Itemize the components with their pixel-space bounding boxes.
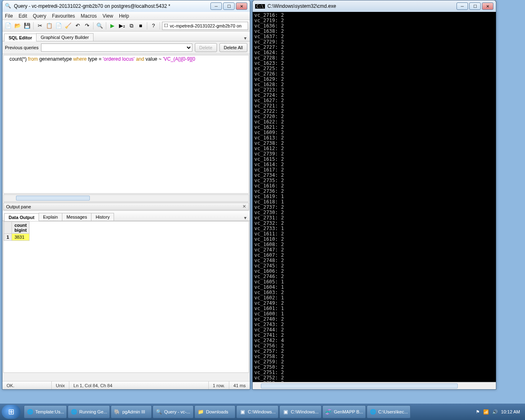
status-ok: OK. <box>2 381 52 389</box>
start-button[interactable]: ⊞ <box>2 405 21 419</box>
taskbar-item-icon: 🌐 <box>71 409 77 415</box>
redo-icon[interactable]: ↷ <box>83 22 91 30</box>
menu-edit[interactable]: Edit <box>18 13 27 19</box>
taskbar-item[interactable]: 🌐C:\Users\kec... <box>367 405 411 418</box>
data-output-grid[interactable]: countbigint 13831 <box>3 221 249 373</box>
tab-gqb[interactable]: Graphical Query Builder <box>36 33 93 41</box>
tray-flag-icon[interactable]: ⚑ <box>476 409 480 415</box>
taskbar-item[interactable]: 🌐Running Ge... <box>68 405 110 418</box>
delete-button[interactable]: Delete <box>195 43 217 52</box>
taskbar-item-icon: 🌐 <box>27 409 33 415</box>
run-icon[interactable]: ▶ <box>108 22 116 30</box>
explain-icon[interactable]: ⧉ <box>127 22 135 30</box>
find-icon[interactable]: 🔍 <box>96 22 104 30</box>
window-title: Query - vc-mpetredi-20131022-gmb2b70 on … <box>14 3 210 9</box>
tray-clock[interactable]: 10:12 AM <box>501 409 520 414</box>
tab-overflow-icon[interactable]: ▾ <box>242 35 248 41</box>
taskbar-item-label: Template:Us... <box>35 409 64 414</box>
system-tray: ⚑ 📶 🔊 10:12 AM <box>476 409 523 415</box>
cmd-titlebar[interactable]: C:\ C:\Windows\system32\cmd.exe ─ ☐ ✕ <box>253 0 496 12</box>
taskbar: ⊞ 🌐Template:Us...🌐Running Ge...🐘pgAdmin … <box>0 404 525 420</box>
taskbar-item[interactable]: 🔍Query - vc-... <box>153 405 194 418</box>
tray-volume-icon[interactable]: 🔊 <box>492 409 498 415</box>
tab-sql-editor[interactable]: SQL Editor <box>4 34 37 41</box>
corner-cell <box>4 222 12 234</box>
help-icon[interactable]: ? <box>149 22 158 30</box>
taskbar-item-label: Query - vc-... <box>164 409 190 414</box>
output-tabs: Data Output Explain Messages History ▾ <box>2 211 250 221</box>
taskbar-item-label: pgAdmin III <box>122 409 145 414</box>
taskbar-item-icon: 🔍 <box>155 409 162 415</box>
menu-file[interactable]: File <box>5 13 13 19</box>
menu-fav[interactable]: Favourites <box>52 13 75 19</box>
status-rows: 1 row. <box>209 381 229 389</box>
scroll-thumb[interactable] <box>16 196 90 201</box>
taskbar-item-icon: 🐘 <box>114 409 120 415</box>
cmd-maximize-button[interactable]: ☐ <box>469 2 481 10</box>
menu-macros[interactable]: Macros <box>81 13 97 19</box>
menu-view[interactable]: View <box>103 13 113 19</box>
table-row[interactable]: 13831 <box>4 234 30 241</box>
cmd-window: C:\ C:\Windows\system32\cmd.exe ─ ☐ ✕ vc… <box>252 0 496 390</box>
titlebar[interactable]: 🔍 Query - vc-mpetredi-20131022-gmb2b70 o… <box>2 0 250 12</box>
output-pane-header: Output pane ✕ <box>3 203 249 210</box>
new-icon[interactable]: 📄 <box>4 22 12 30</box>
cmd-hscroll[interactable] <box>253 382 496 389</box>
maximize-button[interactable]: ☐ <box>223 2 235 10</box>
cut-icon[interactable]: ✂ <box>36 22 44 30</box>
pgadmin-query-window: 🔍 Query - vc-mpetredi-20131022-gmb2b70 o… <box>2 0 250 390</box>
clear-icon[interactable]: 🧹 <box>64 22 72 30</box>
taskbar-item[interactable]: ▣C:\Windows... <box>236 405 278 418</box>
menubar: File Edit Query Favourites Macros View H… <box>2 12 250 20</box>
tab-data-output[interactable]: Data Output <box>4 213 39 221</box>
row-number: 1 <box>4 234 12 241</box>
output-pane-title: Output pane <box>6 204 31 209</box>
cmd-scroll-thumb[interactable] <box>261 383 458 388</box>
editor-tabs: SQL Editor Graphical Query Builder ▾ <box>2 32 250 41</box>
tab-history[interactable]: History <box>91 213 114 221</box>
prev-queries-select[interactable] <box>41 43 192 52</box>
sql-editor[interactable]: count(*) from genenametype where type = … <box>3 55 249 194</box>
cmd-minimize-button[interactable]: ─ <box>457 2 468 10</box>
taskbar-item-icon: 📁 <box>197 409 204 415</box>
cancel-icon[interactable]: ■ <box>137 22 145 30</box>
tray-network-icon[interactable]: 📶 <box>483 409 489 415</box>
taskbar-item[interactable]: 🧬GenMAPP B... <box>322 405 366 418</box>
output-tab-overflow-icon[interactable]: ▾ <box>242 215 248 221</box>
undo-icon[interactable]: ↶ <box>73 22 82 30</box>
open-icon[interactable]: 📂 <box>14 22 22 30</box>
run-pgscript-icon[interactable]: ▶₂ <box>118 22 126 30</box>
close-button[interactable]: ✕ <box>236 2 247 10</box>
database-select[interactable]: vc-mpetredi-20131022-gmb2b70 on <box>162 22 248 30</box>
output-pane-close-icon[interactable]: ✕ <box>242 204 246 209</box>
taskbar-item-label: C:\Windows... <box>248 409 276 414</box>
tab-messages[interactable]: Messages <box>62 213 91 221</box>
cmd-console[interactable]: vc_2716: 2 vc_2719: 2 vc_1636: 2 vc_1638… <box>253 12 496 382</box>
tab-explain[interactable]: Explain <box>39 213 62 221</box>
copy-icon[interactable]: 📋 <box>45 22 53 30</box>
toolbar: 📄 📂 💾 ✂ 📋 📄 🧹 ↶ ↷ 🔍 ▶ ▶₂ ⧉ ■ ? vc-mpetre… <box>2 20 250 32</box>
taskbar-item-label: Downloads <box>206 409 228 414</box>
taskbar-item-label: C:\Users\kec... <box>378 409 408 414</box>
save-icon[interactable]: 💾 <box>23 22 31 30</box>
taskbar-item[interactable]: ▣C:\Windows... <box>279 405 322 418</box>
taskbar-item-icon: ▣ <box>239 409 246 415</box>
menu-query[interactable]: Query <box>33 13 46 19</box>
minimize-button[interactable]: ─ <box>210 2 222 10</box>
cmd-close-button[interactable]: ✕ <box>482 2 493 10</box>
taskbar-item-label: Running Ge... <box>79 409 107 414</box>
menu-help[interactable]: Help <box>119 13 129 19</box>
paste-icon[interactable]: 📄 <box>55 22 63 30</box>
delete-all-button[interactable]: Delete All <box>219 43 247 52</box>
taskbar-item[interactable]: 📁Downloads <box>194 405 235 418</box>
col-header[interactable]: countbigint <box>12 222 30 234</box>
taskbar-item-label: C:\Windows... <box>291 409 319 414</box>
previous-queries-row: Previous queries Delete Delete All <box>2 41 250 54</box>
taskbar-item-label: GenMAPP B... <box>334 409 363 414</box>
sql-hscroll[interactable] <box>3 194 249 202</box>
taskbar-item[interactable]: 🌐Template:Us... <box>24 405 67 418</box>
cmd-title: C:\Windows\system32\cmd.exe <box>267 3 457 9</box>
app-icon: 🔍 <box>5 3 11 9</box>
taskbar-item[interactable]: 🐘pgAdmin III <box>111 405 152 418</box>
status-time: 41 ms <box>229 381 250 389</box>
